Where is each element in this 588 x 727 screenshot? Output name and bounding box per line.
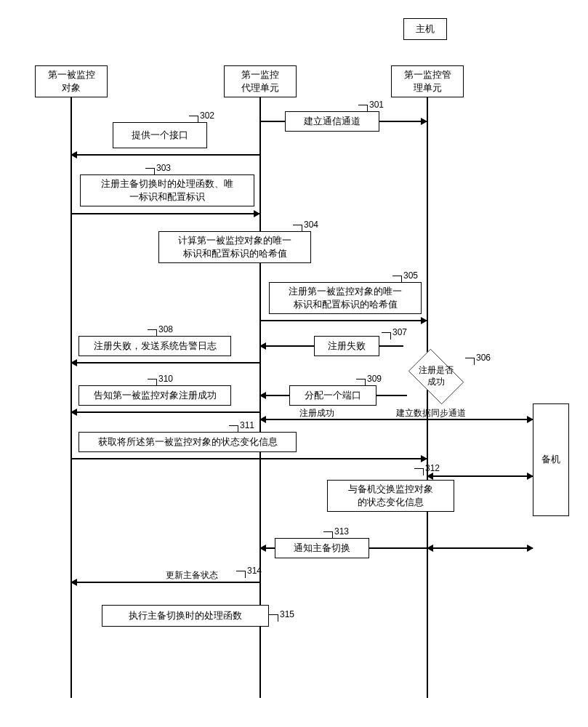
num-303: 303: [156, 163, 171, 173]
num-308: 308: [158, 324, 173, 334]
step-303: 注册主备切换时的处理函数、唯 一标识和配置标识: [80, 174, 254, 206]
step-308-text: 注册失败，发送系统告警日志: [94, 340, 217, 353]
host-label: 主机: [416, 23, 435, 36]
arrow-312-left: [427, 475, 478, 477]
standby-label: 备机: [541, 453, 560, 466]
arrow-313-left: [260, 547, 275, 549]
lane1-header: 第一被监控 对象: [35, 65, 108, 97]
num-315: 315: [280, 609, 294, 619]
num-314: 314: [247, 566, 262, 576]
step-304: 计算第一被监控对象的唯一 标识和配置标识的哈希值: [158, 231, 311, 263]
step-303-text: 注册主备切换时的处理函数、唯 一标识和配置标识: [101, 177, 233, 204]
step-312-text: 与备机交换监控对象 的状态变化信息: [348, 483, 433, 509]
num-309: 309: [367, 374, 382, 384]
num-301: 301: [369, 100, 384, 110]
step-307-text: 注册失败: [328, 340, 366, 353]
arrow-302: [71, 154, 259, 156]
arrow-314: [71, 582, 259, 583]
arrow-309: [260, 395, 289, 396]
step-313: 通知主备切换: [275, 538, 369, 558]
step-302: 提供一个接口: [113, 122, 207, 148]
num-302: 302: [200, 111, 214, 121]
step-309: 分配一个端口: [289, 385, 376, 406]
arrow-301: [379, 121, 427, 122]
step-301: 建立通信通道: [285, 111, 379, 132]
step-314-text: 更新主备状态: [166, 569, 218, 582]
lane2-label: 第一监控 代理单元: [241, 68, 279, 95]
step-312: 与备机交换监控对象 的状态变化信息: [327, 480, 454, 512]
num-307: 307: [392, 327, 407, 337]
step-311: 获取将所述第一被监控对象的状态变化信息: [78, 432, 297, 452]
step-309-text: 分配一个端口: [305, 389, 361, 402]
arrow-305: [260, 320, 427, 321]
step-305: 注册第一被监控对象的唯一 标识和配置标识的哈希值: [269, 282, 422, 314]
step-307: 注册失败: [314, 336, 379, 356]
arrow-307: [260, 345, 314, 347]
step-308: 注册失败，发送系统告警日志: [78, 336, 231, 356]
arrow-313-right: [478, 547, 533, 549]
num-310: 310: [158, 374, 173, 384]
lane2-header: 第一监控 代理单元: [224, 65, 297, 97]
lane3-header: 第一监控管 理单元: [391, 65, 464, 97]
standby-box: 备机: [533, 403, 569, 516]
lane3-label: 第一监控管 理单元: [404, 68, 451, 95]
step-305-text: 注册第一被监控对象的唯一 标识和配置标识的哈希值: [289, 285, 402, 311]
arrow-sync-left: [260, 419, 398, 420]
arrow-308: [71, 362, 259, 364]
step-311-text: 获取将所述第一被监控对象的状态变化信息: [98, 435, 278, 449]
step-304-text: 计算第一被监控对象的唯一 标识和配置标识的哈希值: [178, 234, 291, 260]
arrow-310: [71, 411, 259, 413]
arrow-313-left2: [427, 547, 478, 549]
decision-306-text: 注册是否 成功: [419, 365, 454, 387]
num-306: 306: [476, 353, 491, 363]
label-reg-success: 注册成功: [299, 407, 334, 419]
label-data-sync: 建立数据同步通道: [396, 407, 466, 419]
lane1-label: 第一被监控 对象: [48, 68, 95, 95]
arrow-sync-right: [398, 419, 533, 420]
step-315: 执行主备切换时的处理函数: [102, 605, 269, 627]
step-301-text: 建立通信通道: [304, 115, 361, 128]
step-302-text: 提供一个接口: [132, 129, 188, 142]
arrow-311: [71, 458, 427, 459]
step-310: 告知第一被监控对象注册成功: [78, 385, 231, 406]
num-311: 311: [240, 420, 254, 430]
host-box: 主机: [403, 18, 447, 40]
decision-306: 注册是否 成功: [403, 355, 469, 398]
arrow-312-right: [478, 475, 533, 477]
step-315-text: 执行主备切换时的处理函数: [129, 609, 242, 622]
arrow-303: [71, 213, 259, 214]
num-313: 313: [334, 526, 349, 537]
num-312: 312: [425, 463, 440, 473]
step-313-text: 通知主备切换: [294, 542, 350, 555]
num-304: 304: [304, 220, 318, 230]
step-310-text: 告知第一被监控对象注册成功: [94, 389, 217, 402]
lifeline-1: [71, 97, 72, 698]
num-305: 305: [403, 270, 418, 281]
